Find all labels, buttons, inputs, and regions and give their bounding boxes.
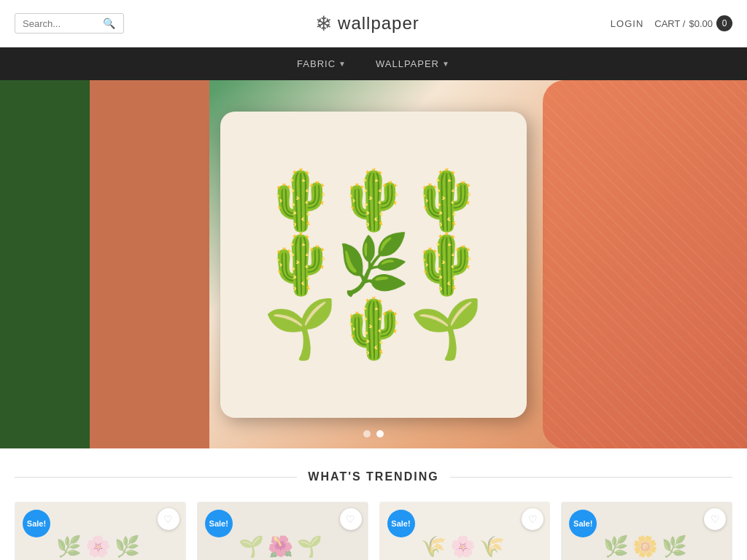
product-card[interactable]: 🌿🌸🌿🌸🌿🌸🌿🌸🌿 Sale! ♡ xyxy=(15,502,186,560)
cart-label: CART / xyxy=(654,18,685,29)
search-icon: 🔍 xyxy=(103,18,115,29)
header: 🔍 ❄ wallpaper LOGIN CART / $0.00 0 xyxy=(0,0,747,47)
trending-section: WHAT'S TRENDING 🌿🌸🌿🌸🌿🌸🌿🌸🌿 Sale! ♡ 🌱🌺🌱🌺🌱🌺… xyxy=(0,448,747,560)
search-input[interactable] xyxy=(23,18,103,29)
section-title: WHAT'S TRENDING xyxy=(308,470,438,483)
pillow-pattern: 🌵🌵🌵🌵🌿🌵🌱🌵🌱 xyxy=(264,168,483,361)
logo-icon: ❄ xyxy=(315,12,332,36)
product-image: 🌿🌸🌿🌸🌿🌸🌿🌸🌿 Sale! ♡ xyxy=(15,502,185,560)
slider-dot-2[interactable] xyxy=(376,430,384,438)
hero-image: 🌵🌵🌵🌵🌿🌵🌱🌵🌱 xyxy=(0,80,747,448)
logo-text: wallpaper xyxy=(338,13,419,34)
scene-right-blanket xyxy=(543,80,747,448)
product-pattern: 🌿🌸🌿🌸🌿🌸🌿🌸🌿 xyxy=(56,532,144,560)
nav-fabric-label: FABRIC xyxy=(297,58,336,69)
product-pattern: 🌱🌺🌱🌺🌱🌺🌱🌺🌱 xyxy=(239,532,326,560)
main-nav: FABRIC ▼ WALLPAPER ▼ xyxy=(0,47,747,80)
heart-icon: ♡ xyxy=(711,513,720,525)
product-pattern: 🌿🌼🌿🌼🌿🌼🌿🌼🌿 xyxy=(603,532,691,560)
section-line-right xyxy=(450,477,732,478)
nav-item-fabric[interactable]: FABRIC ▼ xyxy=(297,58,347,69)
wishlist-button[interactable]: ♡ xyxy=(522,508,543,530)
wishlist-button[interactable]: ♡ xyxy=(340,508,362,530)
cart-area[interactable]: CART / $0.00 0 xyxy=(654,15,732,31)
nav-wallpaper-label: WALLPAPER xyxy=(376,58,439,69)
sale-badge: Sale! xyxy=(387,510,415,537)
search-button[interactable]: 🔍 xyxy=(103,18,115,29)
search-bar[interactable]: 🔍 xyxy=(15,13,124,34)
product-pattern: 🌾🌸🌾🌸🌾🌸🌾🌸🌾 xyxy=(421,532,508,560)
hero-slider: 🌵🌵🌵🌵🌿🌵🌱🌵🌱 xyxy=(0,80,747,448)
logo[interactable]: ❄ wallpaper xyxy=(315,12,419,36)
slider-dots xyxy=(363,430,384,438)
login-link[interactable]: LOGIN xyxy=(611,18,643,29)
cart-amount: $0.00 xyxy=(689,18,713,29)
section-line-left xyxy=(15,477,297,478)
product-card[interactable]: 🌿🌼🌿🌼🌿🌼🌿🌼🌿 Sale! ♡ xyxy=(561,502,732,560)
sale-badge: Sale! xyxy=(569,510,597,537)
product-image: 🌾🌸🌾🌸🌾🌸🌾🌸🌾 Sale! ♡ xyxy=(380,502,550,560)
chevron-down-icon: ▼ xyxy=(442,60,450,68)
heart-icon: ♡ xyxy=(163,513,173,525)
chevron-down-icon: ▼ xyxy=(338,60,347,68)
slider-dot-1[interactable] xyxy=(363,430,371,438)
blanket-texture xyxy=(543,80,747,448)
product-card[interactable]: 🌱🌺🌱🌺🌱🌺🌱🌺🌱 Sale! ♡ xyxy=(197,502,368,560)
cactus-pillow: 🌵🌵🌵🌵🌿🌵🌱🌵🌱 xyxy=(220,112,527,418)
cart-count-badge: 0 xyxy=(716,15,732,31)
product-card[interactable]: 🌾🌸🌾🌸🌾🌸🌾🌸🌾 Sale! ♡ xyxy=(379,502,551,560)
header-right: LOGIN CART / $0.00 0 xyxy=(611,15,732,31)
section-header: WHAT'S TRENDING xyxy=(15,470,732,483)
heart-icon: ♡ xyxy=(528,513,538,525)
wishlist-button[interactable]: ♡ xyxy=(704,508,726,530)
product-grid: 🌿🌸🌿🌸🌿🌸🌿🌸🌿 Sale! ♡ 🌱🌺🌱🌺🌱🌺🌱🌺🌱 Sale! ♡ xyxy=(15,502,732,560)
sale-badge: Sale! xyxy=(205,510,233,537)
wishlist-button[interactable]: ♡ xyxy=(158,508,179,530)
sale-badge: Sale! xyxy=(23,510,50,537)
product-image: 🌱🌺🌱🌺🌱🌺🌱🌺🌱 Sale! ♡ xyxy=(198,502,368,560)
nav-item-wallpaper[interactable]: WALLPAPER ▼ xyxy=(376,58,450,69)
product-image: 🌿🌼🌿🌼🌿🌼🌿🌼🌿 Sale! ♡ xyxy=(562,502,732,560)
heart-icon: ♡ xyxy=(346,513,355,525)
pillow-container: 🌵🌵🌵🌵🌿🌵🌱🌵🌱 xyxy=(220,112,527,418)
